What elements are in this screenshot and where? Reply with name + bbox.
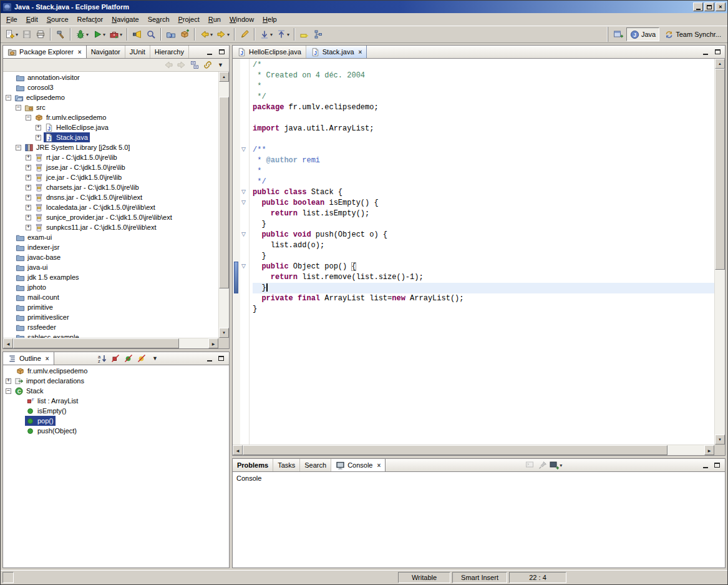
code-line[interactable]: * @author remi xyxy=(253,155,714,166)
minimize-view-button[interactable] xyxy=(701,47,711,57)
view-tab-search[interactable]: Search xyxy=(300,459,331,471)
scroll-track[interactable] xyxy=(243,445,704,455)
code-line[interactable]: private final ArrayList list=new ArrayLi… xyxy=(253,293,714,304)
forward-button[interactable] xyxy=(175,59,187,71)
scroll-thumb[interactable] xyxy=(715,69,725,270)
code-line[interactable]: * xyxy=(253,81,714,92)
close-tab-icon[interactable]: × xyxy=(78,49,82,56)
dropdown-arrow-icon[interactable]: ▾ xyxy=(287,32,289,37)
back-button[interactable]: ▾ xyxy=(198,27,215,41)
mark-occurrences-button[interactable] xyxy=(298,27,311,41)
tree-expander[interactable]: − xyxy=(6,95,11,101)
code-line[interactable]: } xyxy=(253,219,714,230)
back-button[interactable] xyxy=(162,59,174,71)
scroll-track[interactable] xyxy=(219,82,229,328)
project-item-javac-base[interactable]: javac-base xyxy=(3,252,218,262)
maximize-view-button[interactable] xyxy=(712,461,722,470)
tree-expander[interactable]: + xyxy=(26,225,31,230)
console-body[interactable]: Console xyxy=(233,472,725,568)
collapse-all-button[interactable] xyxy=(188,59,200,71)
print-button[interactable] xyxy=(34,27,47,41)
code-line[interactable]: import java.util.ArrayList; xyxy=(253,124,714,134)
perspective-team-synchr[interactable]: Team Synchr... xyxy=(661,27,725,41)
open-perspective-button[interactable] xyxy=(611,27,625,41)
code-line[interactable]: */ xyxy=(253,92,714,102)
view-tab-junit[interactable]: JUnit xyxy=(125,46,150,58)
view-tab-tasks[interactable]: Tasks xyxy=(273,459,300,471)
dropdown-arrow-icon[interactable]: ▾ xyxy=(210,32,213,37)
dropdown-arrow-icon[interactable]: ▾ xyxy=(270,32,273,37)
code-line[interactable]: public class Stack { xyxy=(253,187,714,198)
type-hierarchy-button[interactable] xyxy=(311,27,325,41)
fold-marker-icon[interactable]: ▽ xyxy=(241,231,246,238)
folding-ruler[interactable]: ▽▽▽▽▽ xyxy=(240,59,250,445)
editor-hscrollbar[interactable]: ◀ ▶ xyxy=(233,445,714,455)
code-editor[interactable]: /* * Created on 4 déc. 2004 * */package … xyxy=(250,59,714,445)
project-item-jphoto[interactable]: jphoto xyxy=(3,282,218,292)
code-line[interactable]: public boolean isEmpty() { xyxy=(253,198,714,209)
display-console-button[interactable] xyxy=(523,460,535,471)
project-item-sunjce-provider-jar-c-jdk1-5-0-jre-lib-ext[interactable]: +sunjce_provider.jar - C:\jdk1.5.0\jre\l… xyxy=(3,212,218,222)
last-edit-location-button[interactable] xyxy=(238,27,251,41)
scroll-left-icon[interactable]: ◀ xyxy=(233,445,243,455)
minimize-view-button[interactable] xyxy=(205,354,215,363)
menu-refactor[interactable]: Refactor xyxy=(73,14,108,24)
fold-marker-icon[interactable]: ▽ xyxy=(241,199,246,206)
outline-item-fr-umlv-eclipsedemo[interactable]: fr.umlv.eclipsedemo xyxy=(3,366,229,376)
tree-expander[interactable]: + xyxy=(26,185,31,190)
pin-console-button[interactable] xyxy=(536,460,548,471)
view-menu-button[interactable]: ▼ xyxy=(215,59,226,71)
tree-expander[interactable]: + xyxy=(26,215,31,220)
project-item-java-ui[interactable]: java-ui xyxy=(3,262,218,272)
minimize-view-button[interactable] xyxy=(701,461,711,470)
project-item-charsets-jar-c-jdk1-5-0-jre-lib[interactable]: +charsets.jar - C:\jdk1.5.0\jre\lib xyxy=(3,182,218,192)
menu-help[interactable]: Help xyxy=(258,14,281,24)
build-button[interactable] xyxy=(54,27,67,41)
project-item-helloeclipse-java[interactable]: +JHelloEclipse.java xyxy=(3,122,218,132)
tree-expander[interactable]: + xyxy=(26,155,31,160)
project-item-sunpkcs11-jar-c-jdk1-5-0-jre-lib-ext[interactable]: +sunpkcs11.jar - C:\jdk1.5.0\jre\lib\ext xyxy=(3,222,218,232)
project-item-stack-java[interactable]: +JStack.java xyxy=(3,132,218,142)
tree-expander[interactable]: + xyxy=(26,205,31,210)
open-type-button[interactable] xyxy=(130,27,144,41)
maximize-view-button[interactable] xyxy=(712,47,722,57)
package-explorer-vscrollbar[interactable]: ▲ ▼ xyxy=(218,72,229,338)
editor-tab-helloeclipse-java[interactable]: JHelloEclipse.java xyxy=(233,46,306,58)
view-tab-package-explorer[interactable]: Package Explorer× xyxy=(3,46,87,58)
code-line[interactable]: } xyxy=(253,304,714,315)
outline-item-stack[interactable]: −CStack xyxy=(3,386,229,396)
titlebar[interactable]: Java - Stack.java - Eclipse Platform × xyxy=(1,1,727,13)
code-line[interactable] xyxy=(253,113,714,124)
fold-marker-icon[interactable]: ▽ xyxy=(241,189,246,195)
project-item-jsse-jar-c-jdk1-5-0-jre-lib[interactable]: +jsse.jar - C:\jdk1.5.0\jre\lib xyxy=(3,162,218,172)
tree-expander[interactable]: + xyxy=(6,378,11,384)
code-line[interactable]: return list.isEmpty(); xyxy=(253,209,714,219)
search-button[interactable] xyxy=(144,27,158,41)
scroll-left-icon[interactable]: ◀ xyxy=(3,338,13,348)
dropdown-arrow-icon[interactable]: ▾ xyxy=(120,32,122,37)
project-item-eclipsedemo[interactable]: −eclipsedemo xyxy=(3,92,218,102)
menu-window[interactable]: Window xyxy=(225,14,258,24)
code-line[interactable]: * xyxy=(253,166,714,177)
hide-nonpublic-button[interactable] xyxy=(136,353,148,364)
external-tools-button[interactable]: ▾ xyxy=(107,27,124,41)
open-console-button[interactable]: ▾ xyxy=(550,460,561,471)
outline-item-pop[interactable]: pop() xyxy=(3,416,229,426)
fold-marker-icon[interactable]: ▽ xyxy=(241,263,246,270)
outline-item-list-arraylist[interactable]: Flist : ArrayList xyxy=(3,396,229,406)
maximize-window-button[interactable] xyxy=(704,2,714,11)
view-tab-navigator[interactable]: Navigator xyxy=(87,46,125,58)
save-button[interactable] xyxy=(20,27,34,41)
editor-vscrollbar[interactable]: ▲ ▼ xyxy=(714,59,725,445)
menu-run[interactable]: Run xyxy=(204,14,225,24)
package-explorer-hscrollbar[interactable]: ◀ ▶ xyxy=(3,338,218,348)
code-line[interactable]: } xyxy=(253,251,714,262)
editor-body[interactable]: ▽▽▽▽▽ /* * Created on 4 déc. 2004 * */pa… xyxy=(233,59,725,445)
hide-fields-button[interactable] xyxy=(110,353,122,364)
menu-project[interactable]: Project xyxy=(174,14,204,24)
scroll-up-icon[interactable]: ▲ xyxy=(219,72,229,82)
code-line[interactable]: */ xyxy=(253,177,714,187)
close-window-button[interactable]: × xyxy=(716,2,726,11)
next-annotation-button[interactable]: ▾ xyxy=(258,27,274,41)
scroll-down-icon[interactable]: ▼ xyxy=(219,328,229,338)
